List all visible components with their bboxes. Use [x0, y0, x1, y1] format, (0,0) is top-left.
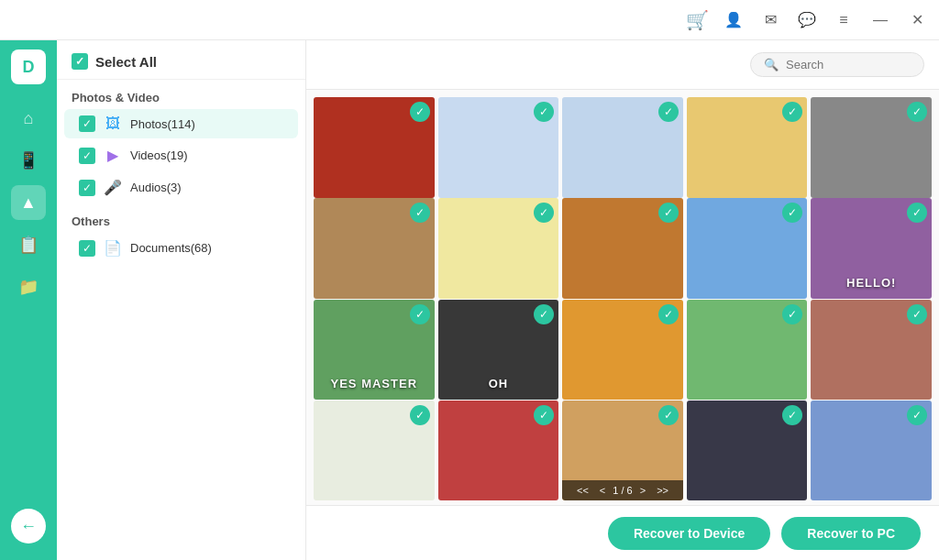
documents-label: Documents(68) — [130, 241, 283, 255]
icon-sidebar: D ⌂ 📱 ▲ 📋 📁 ← — [0, 40, 57, 560]
photo-cell[interactable]: ✓ — [562, 300, 683, 401]
photo-check[interactable]: ✓ — [907, 304, 927, 324]
photo-check[interactable]: ✓ — [410, 203, 430, 223]
documents-icon: 📄 — [103, 239, 123, 257]
photo-check[interactable]: ✓ — [782, 304, 802, 324]
photo-check[interactable]: ✓ — [658, 102, 679, 122]
photo-cell[interactable]: ✓ — [314, 198, 435, 299]
photo-cell[interactable]: ✓ — [314, 401, 435, 501]
photo-cell[interactable]: ✓OH — [438, 300, 559, 401]
videos-item[interactable]: ✓ ▶ Videos(19) — [64, 140, 298, 170]
videos-icon: ▶ — [103, 147, 123, 164]
photo-cell[interactable]: ✓ — [687, 300, 808, 401]
photo-cell[interactable]: ✓ — [687, 97, 808, 198]
select-all-checkbox[interactable]: ✓ — [72, 53, 88, 70]
recover-device-button[interactable]: Recover to Device — [608, 517, 770, 550]
sidebar-backup-btn[interactable]: ▲ — [11, 185, 46, 220]
sidebar-home-btn[interactable]: ⌂ — [11, 101, 46, 136]
recover-pc-button[interactable]: Recover to PC — [781, 517, 921, 550]
audios-item[interactable]: ✓ 🎤 Audios(3) — [64, 172, 298, 203]
select-all-row[interactable]: ✓ Select All — [57, 40, 305, 80]
photo-check[interactable]: ✓ — [782, 405, 802, 425]
mail-icon[interactable]: ✉ — [759, 9, 781, 31]
thumb-label: YES MASTER — [314, 377, 435, 390]
photo-cell[interactable]: ✓ — [438, 97, 559, 198]
app-logo: D — [11, 49, 46, 84]
photo-cell[interactable]: ✓ — [811, 401, 932, 501]
page-next[interactable]: > — [636, 484, 649, 497]
window-controls: 🛒 👤 ✉ 💬 ≡ — ✕ — [686, 9, 928, 31]
audios-label: Audios(3) — [130, 181, 283, 194]
photo-cell[interactable]: ✓ — [438, 198, 559, 299]
photo-check[interactable]: ✓ — [907, 203, 927, 223]
pagination-bar: <<<1 / 6>>> — [562, 480, 683, 500]
photo-check[interactable]: ✓ — [534, 405, 554, 425]
photo-cell[interactable]: ✓ — [314, 97, 435, 198]
sidebar-bottom: ← — [11, 509, 46, 551]
videos-label: Videos(19) — [130, 148, 283, 162]
photo-check[interactable]: ✓ — [907, 405, 927, 425]
close-button[interactable]: ✕ — [906, 9, 928, 31]
select-all-label: Select All — [95, 54, 157, 70]
documents-item[interactable]: ✓ 📄 Documents(68) — [64, 233, 298, 263]
photos-item[interactable]: ✓ 🖼 Photos(114) — [64, 109, 298, 138]
search-box[interactable]: 🔍 — [750, 52, 924, 77]
photo-cell[interactable]: ✓ — [687, 198, 808, 299]
photo-grid: ✓✓✓✓✓✓✓✓✓✓HELLO!✓YES MASTER✓OH✓✓✓✓✓✓<<<1… — [306, 90, 939, 505]
page-first[interactable]: << — [573, 484, 592, 497]
others-header: Others — [57, 203, 305, 232]
content-header: 🔍 — [306, 40, 939, 90]
chat-icon[interactable]: 💬 — [796, 9, 818, 31]
photo-cell[interactable]: ✓ — [811, 97, 932, 198]
videos-checkbox[interactable]: ✓ — [79, 148, 95, 164]
file-sidebar: ✓ Select All Photos & Video ✓ 🖼 Photos(1… — [57, 40, 306, 560]
menu-icon[interactable]: ≡ — [833, 9, 855, 31]
bottom-bar: Recover to Device Recover to PC — [306, 505, 939, 560]
user-icon[interactable]: 👤 — [723, 9, 745, 31]
page-prev[interactable]: < — [596, 484, 609, 497]
title-bar: 🛒 👤 ✉ 💬 ≡ — ✕ — [0, 0, 939, 40]
photos-icon: 🖼 — [103, 115, 123, 132]
photo-cell[interactable]: ✓YES MASTER — [314, 300, 435, 401]
photo-cell[interactable]: ✓ — [562, 97, 683, 198]
photo-cell[interactable]: ✓ — [687, 401, 808, 501]
photo-check[interactable]: ✓ — [658, 304, 679, 324]
photo-check[interactable]: ✓ — [534, 102, 554, 122]
audios-checkbox[interactable]: ✓ — [79, 180, 95, 196]
photos-label: Photos(114) — [130, 117, 283, 131]
main-layout: D ⌂ 📱 ▲ 📋 📁 ← ✓ Select All Photos & Vide… — [0, 40, 939, 560]
content-area: 🔍 ✓✓✓✓✓✓✓✓✓✓HELLO!✓YES MASTER✓OH✓✓✓✓✓✓<<… — [306, 40, 939, 560]
photos-checkbox[interactable]: ✓ — [79, 115, 95, 132]
photo-check[interactable]: ✓ — [534, 304, 554, 324]
sidebar-folder-btn[interactable]: 📁 — [11, 269, 46, 304]
cart-icon[interactable]: 🛒 — [686, 9, 708, 31]
documents-checkbox[interactable]: ✓ — [79, 240, 95, 257]
photo-check[interactable]: ✓ — [658, 405, 679, 425]
photo-cell[interactable]: ✓ — [438, 401, 559, 501]
search-input[interactable] — [786, 58, 911, 71]
photo-check[interactable]: ✓ — [658, 203, 679, 223]
photo-check[interactable]: ✓ — [782, 203, 802, 223]
photo-cell[interactable]: ✓ — [811, 300, 932, 401]
sidebar-phone-btn[interactable]: 📱 — [11, 143, 46, 178]
sidebar-restore-btn[interactable]: 📋 — [11, 227, 46, 262]
photo-cell[interactable]: ✓HELLO! — [811, 198, 932, 299]
photo-check[interactable]: ✓ — [782, 102, 802, 122]
photo-check[interactable]: ✓ — [410, 405, 430, 425]
photo-check[interactable]: ✓ — [410, 304, 430, 324]
photo-cell[interactable]: ✓ — [562, 198, 683, 299]
thumb-label: OH — [438, 377, 559, 390]
photos-video-header: Photos & Video — [57, 80, 305, 108]
search-icon: 🔍 — [764, 58, 779, 71]
thumb-label: HELLO! — [811, 276, 932, 290]
back-button[interactable]: ← — [11, 509, 46, 544]
minimize-button[interactable]: — — [869, 9, 891, 31]
audios-icon: 🎤 — [103, 179, 123, 196]
photo-check[interactable]: ✓ — [907, 102, 927, 122]
page-info: 1 / 6 — [613, 485, 632, 496]
photo-check[interactable]: ✓ — [410, 102, 430, 122]
page-last[interactable]: >> — [653, 484, 672, 497]
photo-check[interactable]: ✓ — [534, 203, 554, 223]
photo-cell[interactable]: ✓<<<1 / 6>>> — [562, 401, 683, 501]
